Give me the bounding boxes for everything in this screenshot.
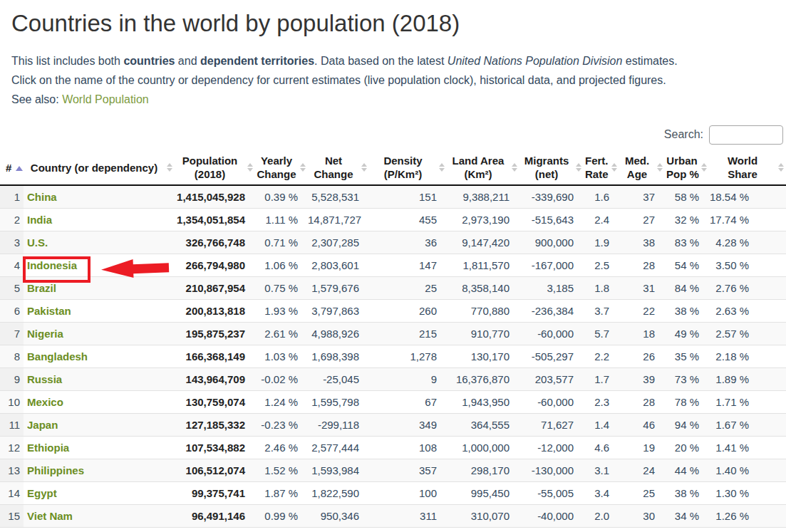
- cell-migrants: -339,690: [519, 185, 584, 208]
- cell-migrants: -515,643: [519, 208, 584, 231]
- search-label: Search:: [664, 128, 703, 141]
- cell-urban_pop: 38 %: [665, 481, 709, 504]
- col-header-fert_rate[interactable]: Fert.Rate: [584, 150, 619, 185]
- cell-yearly_change: 0.75 %: [255, 276, 308, 299]
- cell-med_age: 37: [619, 185, 665, 208]
- cell-net_change: 1,579,676: [308, 276, 369, 299]
- cell-population: 195,875,237: [175, 322, 255, 345]
- col-header-label: Density: [371, 154, 435, 167]
- cell-urban_pop: 84 %: [665, 276, 709, 299]
- table-row: 2India1,354,051,8541.11 %14,871,7274552,…: [0, 208, 786, 231]
- cell-world_share: 1.89 %: [709, 367, 786, 390]
- col-header-density[interactable]: Density(P/Km²): [369, 150, 447, 185]
- cell-fert_rate: 5.7: [584, 322, 619, 345]
- cell-net_change: 2,307,285: [308, 231, 369, 254]
- country-link[interactable]: India: [27, 214, 52, 226]
- cell-population: 1,415,045,928: [175, 185, 255, 208]
- cell-country: China: [24, 185, 175, 208]
- intro-italic-un-population-division: United Nations Population Division: [448, 55, 622, 67]
- country-link[interactable]: Pakistan: [27, 305, 71, 317]
- col-header-label: Age: [621, 167, 653, 181]
- col-header-yearly_change[interactable]: YearlyChange: [255, 150, 308, 185]
- country-link[interactable]: Egypt: [27, 487, 57, 499]
- cell-yearly_change: 1.06 %: [255, 254, 308, 276]
- cell-urban_pop: 94 %: [665, 413, 709, 436]
- red-arrow-annotation: [101, 258, 170, 278]
- col-header-label: (P/Km²): [371, 167, 435, 181]
- country-link[interactable]: China: [27, 191, 57, 203]
- cell-fert_rate: 4.6: [584, 436, 619, 459]
- cell-urban_pop: 38 %: [665, 299, 709, 322]
- table-row: 14Egypt99,375,7411.87 %1,822,590100995,4…: [0, 481, 786, 504]
- col-header-population[interactable]: Population(2018): [175, 150, 255, 185]
- cell-net_change: 1,595,798: [308, 390, 369, 413]
- table-header: #Country (or dependency)Population(2018)…: [0, 150, 786, 185]
- cell-med_age: 30: [619, 504, 665, 527]
- sort-both-icon: [576, 163, 581, 172]
- cell-yearly_change: 0.39 %: [255, 185, 308, 208]
- cell-density: 36: [369, 231, 447, 254]
- country-link[interactable]: Russia: [27, 373, 62, 385]
- cell-country: Nigeria: [24, 322, 175, 345]
- country-link[interactable]: Bangladesh: [27, 350, 88, 363]
- cell-migrants: 203,577: [519, 367, 584, 390]
- table-row: 8Bangladesh166,368,1491.03 %1,698,3981,2…: [0, 345, 786, 367]
- cell-density: 311: [369, 504, 447, 527]
- search-input[interactable]: [709, 125, 783, 145]
- cell-world_share: 3.50 %: [709, 254, 786, 276]
- col-header-label: Fert.: [585, 154, 608, 167]
- cell-net_change: 950,346: [308, 504, 369, 527]
- country-link[interactable]: Nigeria: [27, 328, 63, 340]
- cell-med_age: 24: [619, 459, 665, 481]
- cell-fert_rate: 3.7: [584, 299, 619, 322]
- cell-world_share: 2.76 %: [709, 276, 786, 299]
- col-header-med_age[interactable]: Med.Age: [619, 150, 665, 185]
- col-header-label: #: [6, 161, 24, 174]
- col-header-migrants[interactable]: Migrants(net): [519, 150, 584, 185]
- cell-population: 143,964,709: [175, 367, 255, 390]
- country-link[interactable]: Japan: [27, 419, 58, 431]
- sort-both-icon: [611, 163, 617, 172]
- page-title: Countries in the world by population (20…: [11, 10, 775, 37]
- cell-fert_rate: 2.3: [584, 390, 619, 413]
- cell-yearly_change: 1.03 %: [255, 345, 308, 367]
- col-header-urban_pop[interactable]: UrbanPop %: [665, 150, 709, 185]
- cell-med_age: 18: [619, 322, 665, 345]
- cell-fert_rate: 2.4: [584, 208, 619, 231]
- country-link[interactable]: Philippines: [27, 464, 84, 476]
- col-header-net_change[interactable]: NetChange: [308, 150, 369, 185]
- col-header-land_area[interactable]: Land Area(Km²): [447, 150, 519, 185]
- country-link[interactable]: Brazil: [27, 282, 56, 294]
- country-link[interactable]: Ethiopia: [27, 442, 69, 454]
- country-link[interactable]: U.S.: [27, 236, 48, 249]
- cell-country: India: [24, 208, 175, 231]
- sort-both-icon: [167, 163, 172, 172]
- sort-both-icon: [247, 163, 253, 172]
- col-header-label: Pop %: [666, 167, 698, 181]
- cell-urban_pop: 35 %: [665, 345, 709, 367]
- cell-rank: 3: [0, 231, 24, 254]
- cell-urban_pop: 78 %: [665, 390, 709, 413]
- cell-density: 25: [369, 276, 447, 299]
- col-header-world_share[interactable]: WorldShare: [709, 150, 786, 185]
- cell-world_share: 1.71 %: [709, 390, 786, 413]
- table-row: 13Philippines106,512,0741.52 %1,593,9843…: [0, 459, 786, 481]
- cell-fert_rate: 1.8: [584, 276, 619, 299]
- cell-country: Bangladesh: [24, 345, 175, 367]
- country-link[interactable]: Mexico: [27, 396, 63, 408]
- cell-country: Mexico: [24, 390, 175, 413]
- col-header-label: Rate: [585, 167, 608, 181]
- table-row: 10Mexico130,759,0741.24 %1,595,798671,94…: [0, 390, 786, 413]
- world-population-link[interactable]: World Population: [62, 93, 149, 105]
- cell-net_change: -25,045: [308, 367, 369, 390]
- cell-med_age: 25: [619, 481, 665, 504]
- country-link[interactable]: Viet Nam: [27, 510, 73, 522]
- cell-migrants: -167,000: [519, 254, 584, 276]
- cell-rank: 15: [0, 504, 24, 527]
- cell-country: Philippines: [24, 459, 175, 481]
- cell-rank: 8: [0, 345, 24, 367]
- cell-migrants: -236,384: [519, 299, 584, 322]
- col-header-country[interactable]: Country (or dependency): [24, 150, 175, 185]
- col-header-rank[interactable]: #: [0, 150, 24, 185]
- cell-yearly_change: 1.24 %: [255, 390, 308, 413]
